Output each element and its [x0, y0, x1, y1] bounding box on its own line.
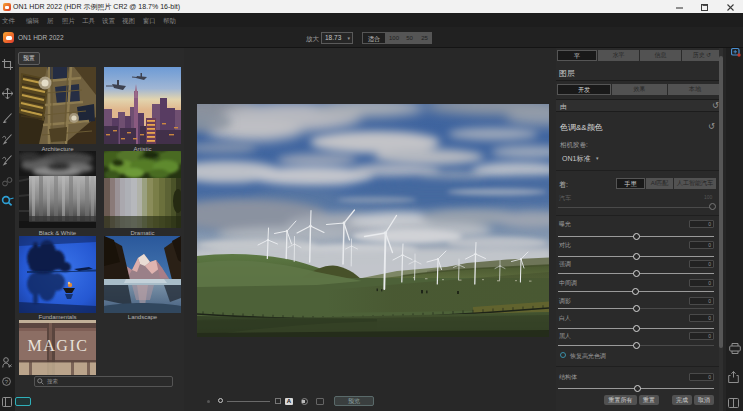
- svg-text:?: ?: [5, 379, 9, 385]
- svg-text:MAGIC: MAGIC: [28, 337, 89, 354]
